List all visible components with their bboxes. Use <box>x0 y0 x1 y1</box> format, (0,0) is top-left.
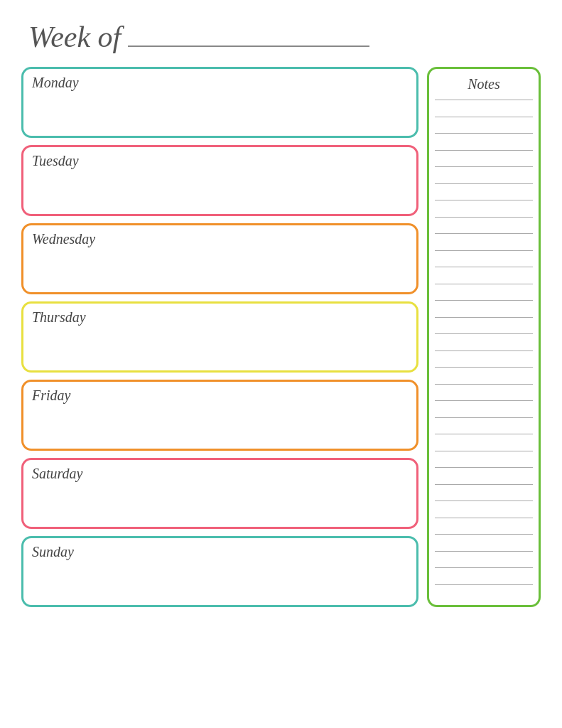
notes-line <box>435 484 533 485</box>
notes-line <box>435 350 533 351</box>
week-of-label: Week of <box>28 20 121 54</box>
days-column: MondayTuesdayWednesdayThursdayFridaySatu… <box>21 67 418 607</box>
day-label-sunday: Sunday <box>32 544 408 560</box>
day-label-tuesday: Tuesday <box>32 153 408 169</box>
day-box-monday[interactable]: Monday <box>21 67 418 138</box>
weekly-planner-page: Week of MondayTuesdayWednesdayThursdayFr… <box>0 0 562 728</box>
notes-line <box>435 200 533 200</box>
notes-line <box>435 100 533 100</box>
notes-line <box>435 417 533 418</box>
notes-line <box>435 384 533 385</box>
header: Week of <box>21 20 541 54</box>
day-box-tuesday[interactable]: Tuesday <box>21 145 418 216</box>
day-box-sunday[interactable]: Sunday <box>21 536 418 607</box>
day-box-thursday[interactable]: Thursday <box>21 301 418 373</box>
day-label-saturday: Saturday <box>32 466 408 482</box>
day-box-friday[interactable]: Friday <box>21 380 418 451</box>
notes-line <box>435 551 533 552</box>
day-label-wednesday: Wednesday <box>32 231 408 247</box>
day-label-monday: Monday <box>32 75 408 91</box>
notes-line <box>435 434 533 434</box>
notes-line <box>435 150 533 151</box>
notes-line <box>435 217 533 218</box>
notes-line <box>435 367 533 368</box>
day-box-wednesday[interactable]: Wednesday <box>21 223 418 294</box>
notes-line <box>435 284 533 284</box>
notes-line <box>435 534 533 535</box>
notes-line <box>435 133 533 134</box>
notes-line <box>435 451 533 451</box>
notes-line <box>435 333 533 334</box>
notes-title: Notes <box>435 76 533 92</box>
notes-line <box>435 584 533 585</box>
notes-column: Notes <box>427 67 541 607</box>
notes-line <box>435 500 533 501</box>
notes-line <box>435 400 533 401</box>
day-label-thursday: Thursday <box>32 309 408 326</box>
notes-line <box>435 317 533 318</box>
notes-line <box>435 467 533 468</box>
notes-line <box>435 117 533 117</box>
notes-line <box>435 183 533 184</box>
week-of-input-line[interactable] <box>128 46 369 47</box>
notes-line <box>435 567 533 568</box>
notes-line <box>435 250 533 251</box>
notes-line <box>435 233 533 234</box>
notes-line <box>435 166 533 167</box>
notes-line <box>435 300 533 301</box>
notes-lines <box>435 100 533 598</box>
day-box-saturday[interactable]: Saturday <box>21 458 418 529</box>
notes-line <box>435 267 533 267</box>
day-label-friday: Friday <box>32 387 408 404</box>
main-content: MondayTuesdayWednesdayThursdayFridaySatu… <box>21 67 541 607</box>
notes-line <box>435 518 533 518</box>
